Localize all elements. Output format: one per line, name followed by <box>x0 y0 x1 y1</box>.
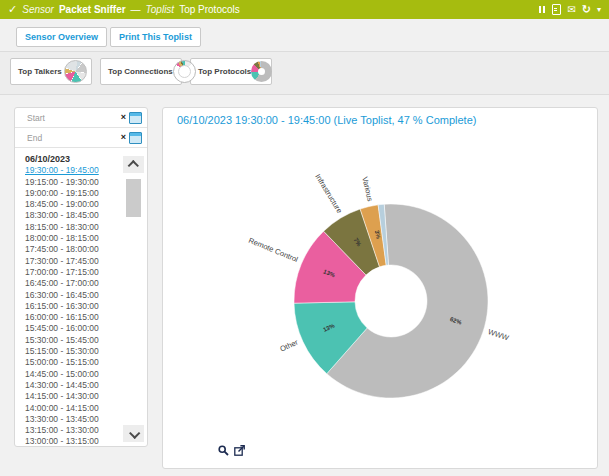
slice-name-label: WWW <box>487 327 511 343</box>
toplist-card-label: Top Protocols <box>198 67 251 76</box>
time-range-item[interactable]: 16:30:00 - 16:45:00 <box>25 290 123 301</box>
report-icon[interactable] <box>552 4 561 15</box>
time-range-item[interactable]: 14:30:00 - 14:45:00 <box>25 380 123 391</box>
top-talkers-pie-icon <box>64 60 87 83</box>
time-range-item[interactable]: 14:45:00 - 15:00:00 <box>25 369 123 380</box>
start-calendar-icon[interactable] <box>129 112 142 124</box>
time-range-item[interactable]: 15:15:00 - 15:30:00 <box>25 346 123 357</box>
toplist-card-label: Top Talkers <box>18 67 62 76</box>
time-list-scrollbar[interactable] <box>123 156 144 442</box>
time-range-item[interactable]: 16:00:00 - 16:15:00 <box>25 312 123 323</box>
chevron-down-icon <box>129 427 140 438</box>
time-range-item[interactable]: 13:30:00 - 13:45:00 <box>25 414 123 425</box>
time-range-item[interactable]: 16:45:00 - 17:00:00 <box>25 278 123 289</box>
pause-icon[interactable] <box>538 6 546 13</box>
time-range-item[interactable]: 19:00:00 - 19:15:00 <box>25 188 123 199</box>
toolbar: Sensor Overview Print This Toplist <box>16 27 201 47</box>
time-range-item[interactable]: 18:30:00 - 18:45:00 <box>25 210 123 221</box>
slice-name-label: Infrastructure <box>313 172 344 214</box>
time-range-item[interactable]: 13:15:00 - 13:30:00 <box>25 425 123 436</box>
toplist-card-label: Top Connections <box>108 67 173 76</box>
sensor-header-bar: ✓ Sensor Packet Sniffer — Toplist Top Pr… <box>0 0 609 19</box>
time-range-list: 06/10/2023 19:30:00 - 19:45:0019:15:00 -… <box>15 148 123 444</box>
time-range-item[interactable]: 19:30:00 - 19:45:00 <box>25 165 123 176</box>
toplist-chart-panel: 06/10/2023 19:30:00 - 19:45:00 (Live Top… <box>162 107 598 469</box>
sensor-label: Sensor <box>22 4 54 15</box>
caret-down-icon[interactable]: ▾ <box>597 6 601 14</box>
protocol-donut-chart: 62%WWW13%Other13%Remote Control7%Infrast… <box>163 108 599 470</box>
time-range-item[interactable]: 15:30:00 - 15:45:00 <box>25 335 123 346</box>
sensor-overview-button[interactable]: Sensor Overview <box>16 27 107 47</box>
email-icon[interactable]: ✉ <box>567 5 575 15</box>
top-connections-pie-icon <box>173 60 196 83</box>
sensor-name[interactable]: Packet Sniffer <box>59 4 126 15</box>
slice-name-label: Other <box>279 337 300 353</box>
scroll-down-button[interactable] <box>123 425 144 442</box>
time-range-item[interactable]: 17:45:00 - 18:00:00 <box>25 244 123 255</box>
scrollbar-thumb[interactable] <box>126 179 141 217</box>
chevron-up-icon <box>127 160 138 171</box>
time-range-item[interactable]: 15:45:00 - 16:00:00 <box>25 323 123 334</box>
time-range-item[interactable]: 16:15:00 - 16:30:00 <box>25 301 123 312</box>
zoom-icon[interactable] <box>218 445 229 456</box>
status-check-icon: ✓ <box>8 3 17 16</box>
time-range-item[interactable]: 17:00:00 - 17:15:00 <box>25 267 123 278</box>
time-range-item[interactable]: 14:15:00 - 14:30:00 <box>25 391 123 402</box>
time-range-item[interactable]: 13:00:00 - 13:15:00 <box>25 436 123 444</box>
time-range-item[interactable]: 17:30:00 - 17:45:00 <box>25 256 123 267</box>
clear-end-icon[interactable]: × <box>121 133 126 142</box>
toplist-cards: Top TalkersTop ConnectionsTop Protocols <box>10 58 272 85</box>
slice-name-label: Remote Control <box>247 236 299 264</box>
date-header: 06/10/2023 <box>25 154 123 165</box>
time-range-item[interactable]: 15:00:00 - 15:15:00 <box>25 357 123 368</box>
open-external-icon[interactable] <box>234 445 245 456</box>
toplist-card-top-protocols[interactable]: Top Protocols <box>190 58 272 85</box>
chart-tools <box>218 445 245 456</box>
time-filter-panel: × × 06/10/2023 19:30:00 - 19:45:0019:15:… <box>14 107 148 447</box>
refresh-icon[interactable]: ↻ <box>582 4 591 15</box>
end-calendar-icon[interactable] <box>129 132 142 144</box>
breadcrumb-separator: — <box>131 4 141 15</box>
time-range-item[interactable]: 18:45:00 - 19:00:00 <box>25 199 123 210</box>
top-protocols-pie-icon <box>251 61 272 82</box>
toplist-card-top-talkers[interactable]: Top Talkers <box>10 58 92 85</box>
scroll-up-button[interactable] <box>123 156 144 173</box>
start-date-input[interactable] <box>25 112 118 124</box>
time-range-item[interactable]: 18:15:00 - 18:30:00 <box>25 222 123 233</box>
toplist-name: Top Protocols <box>179 4 240 15</box>
print-toplist-button[interactable]: Print This Toplist <box>110 27 201 47</box>
start-date-row: × <box>15 108 147 128</box>
toplist-label: Toplist <box>146 4 175 15</box>
clear-start-icon[interactable]: × <box>121 113 126 122</box>
end-date-row: × <box>15 128 147 148</box>
time-range-item[interactable]: 18:00:00 - 18:15:00 <box>25 233 123 244</box>
time-range-item[interactable]: 19:15:00 - 19:30:00 <box>25 177 123 188</box>
end-date-input[interactable] <box>25 132 118 144</box>
slice-name-label: Various <box>360 176 374 203</box>
time-range-item[interactable]: 14:00:00 - 14:15:00 <box>25 403 123 414</box>
toplist-card-top-connections[interactable]: Top Connections <box>100 58 182 85</box>
